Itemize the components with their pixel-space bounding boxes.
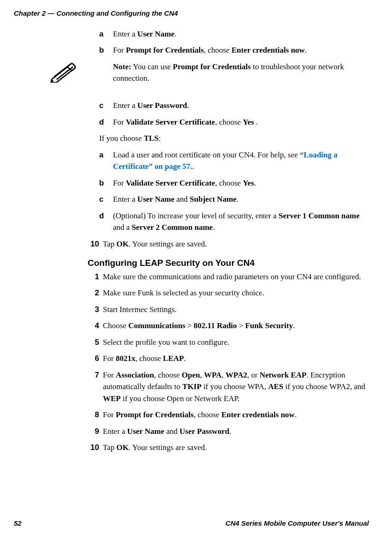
sub-text: For Validate Server Certificate, choose … (113, 177, 369, 189)
list-item: 4Choose Communications > 802.11 Radio > … (88, 320, 369, 332)
sub-text: Load a user and root certificate on your… (113, 149, 369, 173)
sub-text: For Prompt for Credentials, choose Enter… (113, 44, 369, 56)
sub-marker: d (99, 210, 113, 234)
list-item: 1Make sure the communications and radio … (88, 271, 369, 283)
list-item: 7For Association, choose Open, WPA, WPA2… (88, 369, 369, 405)
num-marker: 10 (88, 238, 99, 250)
sub-item: c Enter a User Password. (99, 100, 369, 112)
sub-text: (Optional) To increase your level of sec… (113, 210, 369, 234)
note-text: Note: You can use Prompt for Credentials… (99, 61, 369, 84)
num-text: Make sure Funk is selected as your secur… (103, 287, 369, 299)
sub-item: c Enter a User Name and Subject Name. (99, 193, 369, 205)
num-marker: 10 (88, 442, 99, 454)
num-marker: 6 (88, 353, 99, 365)
num-marker: 8 (88, 409, 99, 421)
num-marker: 2 (88, 287, 99, 299)
list-item: 6For 8021x, choose LEAP. (88, 353, 369, 365)
sub-marker: d (99, 116, 113, 128)
num-marker: 4 (88, 320, 99, 332)
sub-marker: b (99, 44, 113, 56)
sub-marker: c (99, 193, 113, 205)
num-marker: 5 (88, 336, 99, 348)
chapter-header: Chapter 2 — Connecting and Configuring t… (14, 8, 369, 19)
num-marker: 7 (88, 369, 99, 405)
note-block: Note: You can use Prompt for Credentials… (48, 61, 369, 86)
num-text: For Association, choose Open, WPA, WPA2,… (103, 369, 369, 405)
list-item: 2Make sure Funk is selected as your secu… (88, 287, 369, 299)
sub-marker: a (99, 149, 113, 173)
list-item: 10 Tap OK. Your settings are saved. (88, 238, 369, 250)
sub-item: d For Validate Server Certificate, choos… (99, 116, 369, 128)
num-text: Enter a User Name and User Password. (103, 426, 369, 438)
num-text: For Prompt for Credentials, choose Enter… (103, 409, 369, 421)
pencil-icon (48, 62, 76, 86)
list-item: 8For Prompt for Credentials, choose Ente… (88, 409, 369, 421)
leap-steps: 1Make sure the communications and radio … (88, 271, 369, 454)
sub-marker: b (99, 177, 113, 189)
sub-text: Enter a User Name. (113, 28, 369, 40)
sub-item: d (Optional) To increase your level of s… (99, 210, 369, 234)
sub-list-top: a Enter a User Name. b For Prompt for Cr… (99, 28, 369, 56)
list-item: 3Start Intermec Settings. (88, 304, 369, 316)
sub-item: b For Prompt for Credentials, choose Ent… (99, 44, 369, 56)
sub-marker: c (99, 100, 113, 112)
num-text: Select the profile you want to configure… (103, 336, 369, 348)
num-text: Tap OK. Your settings are saved. (103, 238, 369, 250)
num-marker: 9 (88, 426, 99, 438)
num-marker: 1 (88, 271, 99, 283)
num-text: Start Intermec Settings. (103, 304, 369, 316)
leap-heading: Configuring LEAP Security on Your CN4 (88, 257, 369, 270)
sub-text: For Validate Server Certificate, choose … (113, 116, 369, 128)
num-text: For 8021x, choose LEAP. (103, 353, 369, 365)
num-text: Choose Communications > 802.11 Radio > F… (103, 320, 369, 332)
list-item: 9Enter a User Name and User Password. (88, 426, 369, 438)
list-item: 10Tap OK. Your settings are saved. (88, 442, 369, 454)
sub-text: Enter a User Name and Subject Name. (113, 193, 369, 205)
sub-list-mid: c Enter a User Password. d For Validate … (99, 100, 369, 128)
footer-title: CN4 Series Mobile Computer User's Manual (226, 518, 369, 529)
list-item: 5Select the profile you want to configur… (88, 336, 369, 348)
sub-marker: a (99, 28, 113, 40)
tls-intro: If you choose TLS: (99, 132, 369, 144)
sub-item: a Enter a User Name. (99, 28, 369, 40)
num-marker: 3 (88, 304, 99, 316)
sub-text: Enter a User Password. (113, 100, 369, 112)
page-number: 52 (14, 518, 22, 529)
step-10-wrap: 10 Tap OK. Your settings are saved. (88, 238, 369, 250)
num-text: Tap OK. Your settings are saved. (103, 442, 369, 454)
sub-item: a Load a user and root certificate on yo… (99, 149, 369, 173)
sub-list-tls: a Load a user and root certificate on yo… (99, 149, 369, 234)
sub-item: b For Validate Server Certificate, choos… (99, 177, 369, 189)
page-footer: 52 CN4 Series Mobile Computer User's Man… (14, 518, 369, 529)
num-text: Make sure the communications and radio p… (103, 271, 369, 283)
